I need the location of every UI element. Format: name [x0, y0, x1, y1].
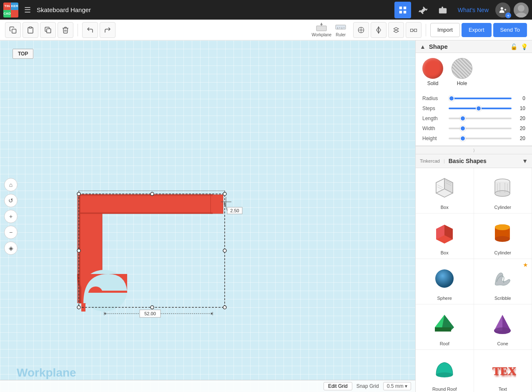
export-button[interactable]: Export [462, 23, 492, 37]
zoom-in-button[interactable]: + [4, 210, 18, 223]
svg-point-40 [223, 249, 226, 252]
svg-point-73 [495, 191, 510, 196]
panel-resize-handle[interactable]: ⟩ [416, 146, 532, 154]
shape-item-sphere[interactable]: Sphere [416, 259, 474, 304]
hole-circle [452, 58, 472, 79]
svg-point-94 [494, 327, 511, 334]
solid-shape-button[interactable]: Solid [422, 58, 443, 86]
snap-grid-label: Snap Grid [356, 383, 379, 389]
snap-grid-value[interactable]: 0.5 mm ▾ [383, 382, 411, 390]
whats-new-button[interactable]: What's New [454, 7, 492, 13]
ruler-label: Ruler [336, 33, 346, 37]
home-nav-button[interactable]: ⌂ [4, 178, 18, 191]
svg-rect-2 [399, 10, 402, 13]
paste-button[interactable] [23, 22, 38, 38]
length-row: Length 20 [422, 116, 525, 121]
svg-marker-52 [211, 312, 213, 315]
svg-point-85 [435, 269, 454, 288]
sphere-icon [430, 264, 459, 293]
svg-point-84 [495, 224, 510, 230]
shape-item-scribble[interactable]: ★ Scribble [474, 259, 532, 304]
width-label: Width [422, 126, 445, 131]
shape-item-cone[interactable]: Cone [474, 304, 532, 350]
shapes-category[interactable]: Basic Shapes [449, 158, 519, 164]
text-shape-icon: TEXT TEXT [488, 355, 517, 384]
shape-item-round-roof[interactable]: Round Roof [416, 350, 474, 392]
redo-button[interactable] [100, 22, 115, 38]
import-button[interactable]: Import [430, 23, 460, 37]
shape-item-cone-label: Cone [497, 341, 508, 346]
svg-point-6 [515, 13, 527, 18]
reset-view-button[interactable]: ◈ [4, 241, 18, 255]
menu-icon[interactable]: ☰ [24, 5, 31, 15]
height-slider[interactable] [449, 138, 512, 139]
svg-point-4 [501, 7, 503, 10]
svg-point-41 [223, 306, 226, 309]
send-to-button[interactable]: Send To [493, 23, 527, 37]
ruler-tool[interactable]: Ruler [335, 23, 346, 37]
lock-icon[interactable]: 🔓 [510, 43, 517, 50]
svg-rect-0 [399, 6, 402, 9]
workplane-tool[interactable]: Workplane [311, 23, 331, 37]
undo-button[interactable] [82, 22, 98, 38]
mirror-button[interactable] [371, 22, 386, 38]
cone-icon [488, 309, 517, 339]
svg-point-38 [151, 192, 154, 196]
flip-button[interactable] [388, 22, 404, 38]
avatar[interactable] [514, 3, 529, 18]
group-button[interactable] [406, 22, 422, 38]
shape-item-box-wireframe-label: Box [441, 205, 449, 210]
orbit-nav-button[interactable]: ↺ [4, 194, 18, 207]
hole-shape-button[interactable]: Hole [452, 58, 472, 86]
shape-item-box-wireframe[interactable]: Box [416, 168, 474, 214]
svg-rect-11 [316, 26, 326, 31]
3d-shape[interactable]: 52.00 2.50 [54, 191, 284, 334]
hole-label: Hole [457, 80, 467, 86]
width-row: Width 20 [422, 126, 525, 131]
align-button[interactable] [353, 22, 369, 38]
shape-item-box-solid[interactable]: Box [416, 214, 474, 259]
length-value: 20 [515, 116, 525, 121]
grid-view-button[interactable] [394, 2, 411, 18]
shape-item-roof[interactable]: Roof [416, 304, 474, 350]
nav-controls: ⌂ ↺ + − ◈ [4, 178, 18, 255]
copy-button[interactable] [5, 22, 21, 38]
svg-point-83 [495, 236, 510, 242]
tools-button[interactable] [414, 2, 431, 18]
length-slider[interactable] [449, 118, 512, 119]
steps-row: Steps 10 [422, 106, 525, 111]
zoom-out-button[interactable]: − [4, 226, 18, 239]
solid-circle [422, 58, 443, 79]
shape-panel-collapse-button[interactable]: ▲ [420, 43, 426, 50]
tinkercad-logo[interactable]: TIN KER CAD [3, 3, 18, 18]
add-user-button[interactable] [495, 3, 510, 18]
duplicate-button[interactable] [40, 22, 56, 38]
shape-panel-title: Shape [429, 43, 507, 50]
radius-slider[interactable] [449, 98, 512, 99]
shapes-grid: Box [416, 168, 532, 392]
lightbulb-icon[interactable]: 💡 [521, 43, 528, 50]
delete-button[interactable] [58, 22, 73, 38]
svg-point-95 [436, 372, 453, 377]
shape-item-sphere-label: Sphere [437, 296, 452, 301]
shape-panel-header: ▲ Shape 🔓 💡 [416, 40, 532, 53]
svg-point-37 [77, 192, 80, 196]
svg-rect-24 [414, 29, 417, 31]
canvas-area[interactable]: TOP ⌂ ↺ + − ◈ [0, 40, 415, 392]
shape-panel-icons: 🔓 💡 [510, 43, 528, 50]
projects-button[interactable] [434, 2, 451, 18]
view-label: TOP [13, 49, 33, 59]
width-slider[interactable] [449, 128, 512, 129]
shape-types: Solid Hole [416, 53, 532, 91]
svg-rect-10 [47, 29, 51, 33]
shape-item-text-label: Text [499, 387, 507, 392]
svg-rect-23 [411, 29, 413, 31]
edit-grid-button[interactable]: Edit Grid [324, 382, 352, 390]
shape-item-text[interactable]: TEXT TEXT Text [474, 350, 532, 392]
shape-item-cylinder-solid[interactable]: Cylinder [474, 214, 532, 259]
shapes-dropdown-icon[interactable]: ▼ [522, 158, 528, 164]
shape-props: Radius 0 Steps 10 Length 20 Width [416, 91, 532, 146]
snap-grid-bar: Edit Grid Snap Grid 0.5 mm ▾ [0, 380, 415, 392]
shape-item-cylinder-wireframe[interactable]: Cylinder [474, 168, 532, 214]
steps-slider[interactable] [449, 108, 512, 109]
